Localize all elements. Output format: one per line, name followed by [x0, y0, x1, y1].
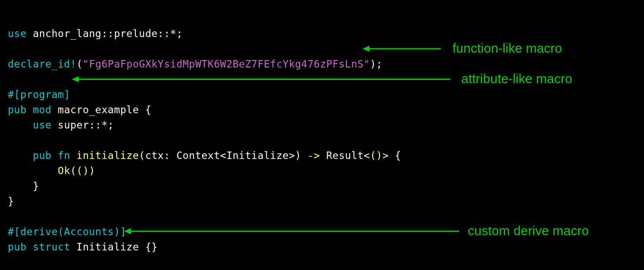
- paren-open: (: [77, 58, 83, 70]
- kw-struct: struct: [33, 241, 76, 253]
- attr-derive: #[derive(Accounts)]: [8, 226, 127, 237]
- semi: ;: [108, 119, 114, 131]
- mod-name: macro_example: [58, 104, 139, 115]
- unit: (): [77, 165, 89, 176]
- star: *: [170, 28, 176, 39]
- paren-open: (: [70, 165, 76, 176]
- attr-program: #[program]: [8, 89, 70, 100]
- ok-call: Ok: [58, 165, 70, 176]
- return-type-end: > {: [382, 150, 401, 161]
- label-attribute-like: attribute-like macro: [461, 71, 572, 86]
- fn-sig: (ctx: Context<Initialize>): [139, 150, 307, 161]
- unit-type: (): [370, 150, 382, 161]
- brace-open: {: [139, 104, 151, 115]
- label-function-like: function-like macro: [453, 40, 562, 56]
- arrow-function-like: [362, 45, 441, 53]
- code-diagram: use anchor_lang::prelude::*; declare_id!…: [0, 0, 644, 270]
- semi: ;: [176, 28, 182, 39]
- struct-name: Initialize: [77, 241, 139, 253]
- kw-pub: pub: [8, 241, 33, 253]
- string-literal: "Fg6PaFpoGXkYsidMpWTK6W2BeZ7FEfcYkg476zP…: [83, 58, 370, 70]
- star: *: [101, 119, 107, 131]
- indent: [8, 165, 58, 176]
- arrow-op: ->: [308, 150, 320, 161]
- return-type: Result<: [320, 150, 370, 161]
- kw-use: use: [33, 119, 51, 131]
- svg-marker-1: [362, 46, 369, 52]
- svg-marker-3: [72, 76, 79, 82]
- fn-name: initialize: [77, 150, 139, 161]
- indent: [8, 150, 33, 161]
- brace-close: }: [8, 196, 14, 207]
- svg-marker-5: [124, 228, 131, 234]
- path: super::: [51, 119, 101, 131]
- indent: [8, 180, 33, 192]
- brace-close: }: [33, 180, 39, 192]
- macro-declare-id: declare_id!: [8, 58, 77, 70]
- arrow-custom-derive: [124, 227, 459, 235]
- braces-empty: {}: [139, 241, 158, 253]
- paren-close: );: [370, 58, 382, 70]
- kw-use: use: [8, 28, 27, 39]
- path: anchor_lang::prelude::: [27, 28, 170, 39]
- arrow-attribute-like: [72, 75, 450, 83]
- kw-fn: fn: [58, 150, 77, 161]
- paren-close: ): [89, 165, 95, 176]
- kw-pub: pub: [8, 104, 33, 115]
- kw-mod: mod: [33, 104, 57, 115]
- label-custom-derive: custom derive macro: [468, 223, 589, 238]
- kw-pub: pub: [33, 150, 57, 161]
- indent: [8, 119, 33, 131]
